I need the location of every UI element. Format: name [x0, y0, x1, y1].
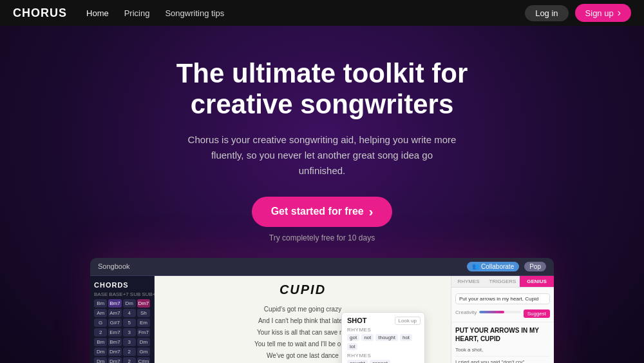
word-tag[interactable]: thought [375, 334, 398, 341]
tab-triggers[interactable]: TRIGGERS [486, 276, 520, 287]
chord-headers: BASE BASE+7 SUB SUB+7 [94, 291, 150, 297]
rhyme-words: got not thought hot lot [347, 334, 419, 350]
nav-links: Home Pricing Songwriting tips [86, 8, 525, 18]
col-base7: BASE+7 [109, 291, 128, 297]
rhymes-label: RHYMES [347, 327, 419, 333]
creativity-bar [479, 311, 520, 313]
ai-panel: RHYMES TRIGGERS GENIUS Creativity Sugges… [451, 276, 554, 363]
suggestion-item[interactable]: I cried and you said "don't cry" [455, 357, 550, 363]
chord-cell[interactable]: 4 [123, 309, 136, 317]
chord-cell[interactable]: 5 [123, 319, 136, 327]
chord-row: Bm Bm7 Dm Dm7 [94, 299, 150, 308]
chord-cell[interactable]: G#7 [108, 319, 121, 327]
creativity-label: Creativity [455, 309, 477, 315]
chord-row: Dm Dm7 2 Gm [94, 348, 150, 356]
chord-cell[interactable]: Dm [123, 299, 136, 308]
antonym-words: caught cannot [347, 360, 419, 363]
word-tag[interactable]: hot [400, 334, 412, 341]
nav-home[interactable]: Home [86, 8, 109, 18]
nav-tips[interactable]: Songwriting tips [165, 8, 224, 18]
chords-panel: CHORDS BASE BASE+7 SUB SUB+7 Bm Bm7 Dm D… [90, 276, 155, 363]
chord-cell[interactable]: 3 [123, 338, 136, 346]
chord-cell[interactable]: Gm [137, 348, 150, 356]
nav-pricing[interactable]: Pricing [124, 8, 150, 18]
chord-cell[interactable]: Bm7 [108, 338, 121, 346]
login-button[interactable]: Log in [525, 5, 568, 21]
chord-row: G G#7 5 Em [94, 319, 150, 327]
chord-cell[interactable]: 2 [123, 348, 136, 356]
tab-genius[interactable]: GENIUS [520, 276, 554, 287]
chord-cell[interactable]: Dm7 [137, 299, 150, 308]
logo: CHORUS [13, 6, 67, 20]
chord-cell[interactable]: C#m [137, 357, 150, 363]
ai-result-title: PUT YOUR ARROWS IN MY HEART, CUPID [451, 322, 554, 344]
chords-title: CHORDS [94, 281, 150, 289]
word-tag[interactable]: lot [347, 343, 357, 350]
chord-cell[interactable]: Dm [94, 348, 107, 356]
collaborate-button[interactable]: Collaborate [467, 262, 519, 271]
word-tag[interactable]: caught [347, 360, 368, 363]
tab-rhymes[interactable]: RHYMES [451, 276, 486, 287]
chord-cell[interactable]: Em [137, 319, 150, 327]
song-title: CUPID [164, 282, 442, 297]
chord-cell[interactable]: G [94, 319, 107, 327]
chord-cell[interactable]: Am7 [108, 309, 121, 317]
ai-input-area: Creativity Suggest [451, 288, 554, 322]
app-body: CHORDS BASE BASE+7 SUB SUB+7 Bm Bm7 Dm D… [90, 276, 554, 363]
chord-cell[interactable]: Fm7 [137, 328, 150, 337]
app-topbar: Songbook Collaborate Pop [90, 258, 554, 276]
signup-button[interactable]: Sign up [575, 4, 631, 22]
chord-cell[interactable]: Am [94, 309, 107, 317]
word-tag[interactable]: cannot [370, 360, 390, 363]
chord-cell[interactable]: Bm [94, 338, 107, 346]
chord-cell[interactable]: Dm [94, 357, 107, 363]
creativity-fill [479, 311, 504, 313]
lyrics-panel[interactable]: CUPID Cupid's got me going crazy And I c… [155, 276, 451, 363]
chord-row: 2 Em7 3 Fm7 [94, 328, 150, 337]
word-tag[interactable]: got [347, 334, 359, 341]
suggest-button[interactable]: Suggest [524, 309, 550, 318]
ai-input[interactable] [455, 293, 550, 304]
chord-cell[interactable]: Dm7 [108, 357, 121, 363]
trial-text: Try completely free for 10 days [269, 233, 375, 242]
chord-cell[interactable]: 2 [123, 357, 136, 363]
creativity-row: Creativity Suggest [455, 307, 550, 318]
col-base: BASE [94, 291, 108, 297]
breadcrumb: Songbook [98, 262, 130, 270]
suggestion-item[interactable]: Took a shot, [455, 344, 550, 357]
ai-suggestions: Took a shot, I cried and you said "don't… [451, 344, 554, 363]
chord-row: Dm Dm7 2 C#m [94, 357, 150, 363]
chord-cell[interactable]: Sh [137, 309, 150, 317]
antonyms-label: RHYMES [347, 353, 419, 358]
hero-subtitle: Chorus is your creative songwriting aid,… [187, 132, 457, 179]
cta-button[interactable]: Get started for free [252, 197, 393, 227]
lookup-button[interactable]: Look up [395, 317, 421, 325]
genre-badge: Pop [524, 262, 546, 271]
chord-row: Bm Bm7 3 Dm [94, 338, 150, 346]
chord-cell[interactable]: Dm [137, 338, 150, 346]
topbar-right: Collaborate Pop [467, 262, 546, 271]
ai-tabs: RHYMES TRIGGERS GENIUS [451, 276, 554, 288]
chord-cell[interactable]: 2 [94, 328, 107, 337]
hero-section: The ultimate toolkit for creative songwr… [0, 26, 644, 363]
word-popup: SHOT Look up RHYMES got not thought hot … [341, 312, 425, 363]
word-tag[interactable]: not [361, 334, 374, 341]
chord-cell[interactable]: Em7 [108, 328, 121, 337]
chord-cell[interactable]: 3 [123, 328, 136, 337]
navbar: CHORUS Home Pricing Songwriting tips Log… [0, 0, 644, 26]
chord-cell[interactable]: Dm7 [108, 348, 121, 356]
nav-actions: Log in Sign up [525, 4, 631, 22]
hero-title: The ultimate toolkit for creative songwr… [129, 58, 515, 121]
chord-row: Am Am7 4 Sh [94, 309, 150, 317]
app-preview: Songbook Collaborate Pop CHORDS BASE BAS… [90, 258, 554, 363]
chord-cell[interactable]: Bm7 [108, 299, 121, 308]
chord-cell[interactable]: Bm [94, 299, 107, 308]
col-sub: SUB [130, 291, 140, 297]
